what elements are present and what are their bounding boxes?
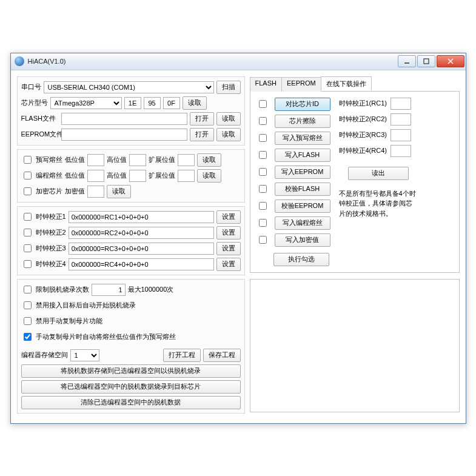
- op-3-checkbox[interactable]: [259, 151, 267, 159]
- op-0-button[interactable]: 对比芯片ID: [275, 98, 330, 111]
- op-4-button[interactable]: 写入EEPROM: [275, 166, 330, 179]
- space-select[interactable]: 1: [70, 349, 99, 361]
- high-label: 高位值: [107, 155, 127, 164]
- group-connection: 串口号 USB-SERIAL CH340 (COM1) 扫描 芯片型号 ATme…: [17, 76, 245, 146]
- clock-4-checkbox[interactable]: [24, 260, 32, 268]
- log-output[interactable]: [250, 279, 460, 412]
- clock-1-label: 时钟校正1: [36, 212, 66, 221]
- program-ext-input[interactable]: [178, 170, 195, 182]
- window-title: HiACA(V1.0): [28, 58, 397, 65]
- open-project-button[interactable]: 打开工程: [163, 349, 201, 362]
- clock-1-input[interactable]: [69, 211, 214, 223]
- rc-3-label: 时钟校正3(RC3): [339, 130, 387, 139]
- left-panel: 串口号 USB-SERIAL CH340 (COM1) 扫描 芯片型号 ATme…: [17, 76, 245, 417]
- port-select[interactable]: USB-SERIAL CH340 (COM1): [44, 81, 214, 93]
- sig-byte-3[interactable]: [163, 97, 180, 109]
- limit-checkbox[interactable]: [24, 286, 32, 293]
- clock-2-set-button[interactable]: 设置: [216, 226, 241, 240]
- tab-online[interactable]: 在线下载操作: [321, 76, 372, 91]
- op-1-checkbox[interactable]: [259, 117, 267, 125]
- program-read-button[interactable]: 读取: [197, 169, 221, 183]
- scan-button[interactable]: 扫描: [216, 81, 241, 94]
- group-fuses: 预写熔丝 低位值 高位值 扩展位值 读取 编程熔丝 低位值 高位值 扩展位值 读…: [17, 149, 245, 203]
- maximize-button[interactable]: [417, 55, 435, 67]
- prewrite-ext-input[interactable]: [178, 154, 195, 166]
- op-0-checkbox[interactable]: [259, 100, 267, 108]
- tab-bar: FLASH EEPROM 在线下载操作: [250, 76, 460, 92]
- clock-3-set-button[interactable]: 设置: [216, 242, 241, 255]
- limit-input[interactable]: [92, 284, 126, 296]
- eeprom-file-input[interactable]: [61, 129, 187, 141]
- op-2-checkbox[interactable]: [259, 134, 267, 142]
- eeprom-read-button[interactable]: 读取: [216, 128, 241, 141]
- flash-file-input[interactable]: [61, 113, 187, 125]
- opt3-checkbox[interactable]: [24, 333, 32, 341]
- read-sig-button[interactable]: 读取: [183, 96, 207, 110]
- clock-2-label: 时钟校正2: [36, 228, 66, 237]
- clock-2-checkbox[interactable]: [24, 229, 32, 236]
- opt1-checkbox[interactable]: [24, 301, 32, 309]
- save-project-button[interactable]: 保存工程: [203, 349, 241, 362]
- tab-eeprom[interactable]: EEPROM: [281, 77, 321, 92]
- rc-1-input[interactable]: [391, 98, 411, 110]
- sig-byte-1[interactable]: [124, 97, 141, 109]
- minimize-button[interactable]: [398, 55, 416, 67]
- rc-2-input[interactable]: [391, 113, 411, 126]
- flash-read-button[interactable]: 读取: [216, 112, 241, 126]
- lock-label: 加密芯片: [36, 187, 62, 196]
- titlebar: HiACA(V1.0): [11, 53, 466, 70]
- right-panel: FLASH EEPROM 在线下载操作 对比芯片ID芯片擦除写入预写熔丝写入FL…: [250, 76, 460, 417]
- flash-file-label: FLASH文件: [21, 114, 59, 123]
- burn-offline-button[interactable]: 将已选编程器空间中的脱机数据烧录到目标芯片: [21, 380, 241, 394]
- op-2-button[interactable]: 写入预写熔丝: [275, 132, 330, 145]
- clock-3-input[interactable]: [69, 243, 214, 255]
- space-label: 编程器存储空间: [21, 350, 68, 360]
- clock-1-set-button[interactable]: 设置: [216, 210, 241, 224]
- rc-note: 不是所有型号都具备4个时钟校正值，具体请参阅芯片的技术规格书。: [339, 189, 418, 219]
- program-fuse-checkbox[interactable]: [24, 172, 32, 179]
- chip-select[interactable]: ATmega328P: [50, 97, 122, 109]
- clear-offline-button[interactable]: 清除已选编程器空间中的脱机数据: [21, 396, 241, 409]
- op-8-checkbox[interactable]: [259, 236, 267, 244]
- clock-2-input[interactable]: [69, 227, 214, 239]
- prewrite-read-button[interactable]: 读取: [197, 153, 221, 167]
- lock-read-button[interactable]: 读取: [107, 185, 131, 198]
- prewrite-high-input[interactable]: [129, 154, 146, 166]
- op-1-button[interactable]: 芯片擦除: [275, 115, 330, 128]
- tab-flash[interactable]: FLASH: [250, 77, 282, 92]
- op-5-checkbox[interactable]: [259, 185, 267, 193]
- store-offline-button[interactable]: 将脱机数据存储到已选编程器空间以供脱机烧录: [21, 364, 241, 378]
- program-high-input[interactable]: [129, 170, 146, 182]
- lock-checkbox[interactable]: [24, 187, 32, 195]
- lock-value-input[interactable]: [87, 186, 104, 198]
- op-7-checkbox[interactable]: [259, 219, 267, 227]
- eeprom-open-button[interactable]: 打开: [190, 128, 214, 141]
- program-low-input[interactable]: [87, 170, 104, 182]
- group-clock: 时钟校正1设置时钟校正2设置时钟校正3设置时钟校正4设置: [17, 206, 245, 275]
- close-button[interactable]: [437, 55, 464, 67]
- clock-1-checkbox[interactable]: [24, 213, 32, 221]
- app-icon: [15, 56, 24, 66]
- clock-4-set-button[interactable]: 设置: [216, 258, 241, 271]
- op-8-button[interactable]: 写入加密值: [275, 233, 330, 247]
- rc-read-button[interactable]: 读出: [348, 167, 409, 180]
- prewrite-low-input[interactable]: [87, 154, 104, 166]
- op-5-button[interactable]: 校验FLASH: [275, 183, 330, 196]
- op-7-button[interactable]: 写入编程熔丝: [275, 216, 330, 230]
- rc-3-input[interactable]: [391, 129, 411, 141]
- client-area: 串口号 USB-SERIAL CH340 (COM1) 扫描 芯片型号 ATme…: [11, 70, 466, 423]
- op-6-checkbox[interactable]: [259, 202, 267, 210]
- prewrite-fuse-checkbox[interactable]: [24, 156, 32, 164]
- op-4-checkbox[interactable]: [259, 168, 267, 176]
- opt2-checkbox[interactable]: [24, 317, 32, 325]
- clock-3-checkbox[interactable]: [24, 244, 32, 252]
- op-3-button[interactable]: 写入FLASH: [275, 149, 330, 162]
- op-6-button[interactable]: 校验EEPROM: [275, 199, 330, 213]
- sig-byte-2[interactable]: [144, 97, 161, 109]
- clock-4-input[interactable]: [69, 258, 214, 270]
- lockval-label: 加密值: [65, 187, 85, 196]
- execute-button[interactable]: 执行勾选: [273, 253, 329, 266]
- flash-open-button[interactable]: 打开: [190, 112, 214, 126]
- clock-3-label: 时钟校正3: [36, 244, 66, 253]
- rc-4-input[interactable]: [391, 145, 411, 157]
